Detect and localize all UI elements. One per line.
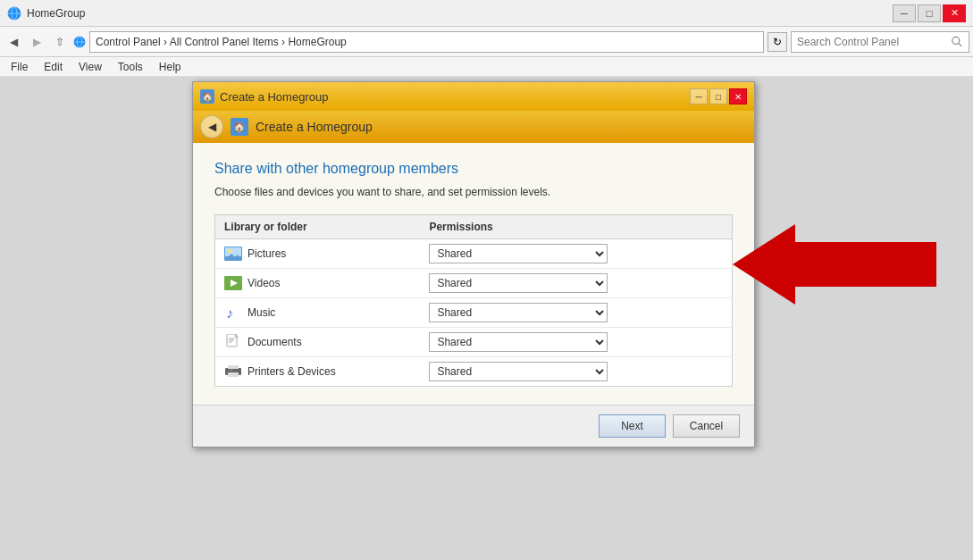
svg-line-7 — [959, 43, 961, 46]
svg-rect-22 — [228, 365, 239, 369]
svg-point-6 — [952, 37, 960, 44]
next-button[interactable]: Next — [599, 414, 666, 438]
permission-select-videos[interactable]: SharedNot sharedShared (Read only) — [429, 273, 608, 293]
menu-edit[interactable]: Edit — [37, 59, 70, 75]
dialog-body-subtitle: Choose files and devices you want to sha… — [214, 186, 733, 198]
dialog-window: 🏠 Create a Homegroup ─ □ ✕ ◀ 🏠 Create a … — [192, 81, 755, 447]
app-icon — [7, 6, 21, 21]
table-row: DocumentsSharedNot sharedShared (Read on… — [215, 328, 733, 357]
table-row: PicturesSharedNot sharedShared (Read onl… — [215, 239, 733, 269]
music-icon: ♪ — [224, 305, 242, 320]
menu-file[interactable]: File — [4, 59, 35, 75]
window-controls: ─ □ ✕ — [893, 4, 966, 22]
documents-icon — [224, 335, 242, 349]
menu-bar: File Edit View Tools Help — [0, 57, 973, 77]
library-name-pictures: Pictures — [247, 247, 286, 260]
permission-cell-documents[interactable]: SharedNot sharedShared (Read only) — [420, 328, 732, 357]
col-library-header: Library or folder — [215, 215, 421, 239]
menu-view[interactable]: View — [71, 59, 109, 75]
dialog-title-controls: ─ □ ✕ — [690, 88, 747, 104]
library-cell-printers: Printers & Devices — [215, 357, 421, 387]
main-area: 🏠 Create a Homegroup ─ □ ✕ ◀ 🏠 Create a … — [0, 77, 973, 560]
permission-select-music[interactable]: SharedNot sharedShared (Read only) — [429, 303, 608, 322]
svg-text:♪: ♪ — [226, 305, 233, 321]
back-arrow-icon: ◀ — [208, 121, 216, 133]
up-button[interactable]: ⇧ — [50, 32, 70, 52]
permission-cell-pictures[interactable]: SharedNot sharedShared (Read only) — [420, 239, 732, 269]
svg-rect-21 — [228, 372, 239, 377]
dialog-title-bar: 🏠 Create a Homegroup ─ □ ✕ — [193, 82, 754, 111]
dialog-page-title-text: Create a Homegroup — [256, 120, 373, 134]
address-bar: ◀ ▶ ⇧ Control Panel › All Control Panel … — [0, 27, 973, 57]
red-arrow-indicator — [733, 224, 936, 305]
window-title: HomeGroup — [27, 7, 85, 20]
dialog-back-button[interactable]: ◀ — [200, 115, 223, 138]
close-button[interactable]: ✕ — [943, 4, 966, 22]
permission-select-documents[interactable]: SharedNot sharedShared (Read only) — [429, 332, 608, 352]
permission-select-printers[interactable]: SharedNot sharedShared (Read only) — [429, 362, 608, 381]
dialog-maximize-button[interactable]: □ — [709, 88, 727, 104]
library-name-documents: Documents — [247, 336, 302, 348]
explorer-background: 🏠 Create a Homegroup ─ □ ✕ ◀ 🏠 Create a … — [0, 77, 973, 560]
address-globe-icon — [73, 36, 86, 48]
table-row: VideosSharedNot sharedShared (Read only) — [215, 269, 733, 298]
library-name-music: Music — [247, 306, 275, 319]
search-input[interactable] — [797, 36, 948, 48]
library-name-printers: Printers & Devices — [247, 365, 336, 378]
svg-rect-9 — [225, 247, 241, 256]
forward-button[interactable]: ▶ — [27, 32, 46, 52]
permission-cell-videos[interactable]: SharedNot sharedShared (Read only) — [420, 269, 732, 298]
dialog-minimize-button[interactable]: ─ — [690, 88, 708, 104]
search-icon — [952, 36, 963, 48]
pictures-icon — [224, 247, 242, 261]
library-cell-pictures: Pictures — [215, 239, 421, 269]
dialog-nav-bar: ◀ 🏠 Create a Homegroup — [193, 111, 754, 143]
maximize-button[interactable]: □ — [918, 4, 941, 22]
cancel-button[interactable]: Cancel — [673, 414, 740, 438]
dialog-close-button[interactable]: ✕ — [729, 88, 747, 104]
printers-icon — [224, 364, 242, 379]
dialog-footer: Next Cancel — [193, 405, 754, 447]
dialog-title-text: Create a Homegroup — [220, 90, 328, 104]
library-cell-music: ♪Music — [215, 298, 421, 328]
svg-point-11 — [228, 249, 231, 253]
menu-tools[interactable]: Tools — [111, 59, 150, 75]
permission-select-pictures[interactable]: SharedNot sharedShared (Read only) — [429, 244, 608, 263]
dialog-body: Share with other homegroup members Choos… — [193, 143, 754, 405]
refresh-button[interactable]: ↻ — [767, 32, 787, 52]
library-cell-documents: Documents — [215, 328, 421, 357]
permission-cell-printers[interactable]: SharedNot sharedShared (Read only) — [420, 357, 732, 387]
svg-rect-23 — [231, 370, 232, 371]
dialog-title-icon: 🏠 — [200, 89, 214, 104]
search-box[interactable] — [791, 31, 969, 53]
breadcrumb: Control Panel › All Control Panel Items … — [96, 36, 347, 48]
address-box[interactable]: Control Panel › All Control Panel Items … — [89, 31, 764, 53]
share-table: Library or folder Permissions PicturesSh… — [214, 214, 733, 387]
table-row: ♪MusicSharedNot sharedShared (Read only) — [215, 298, 733, 328]
library-cell-videos: Videos — [215, 269, 421, 298]
permission-cell-music[interactable]: SharedNot sharedShared (Read only) — [420, 298, 732, 328]
videos-icon — [224, 276, 242, 290]
back-button[interactable]: ◀ — [4, 32, 23, 52]
minimize-button[interactable]: ─ — [893, 4, 916, 22]
table-row: Printers & DevicesSharedNot sharedShared… — [215, 357, 733, 387]
menu-help[interactable]: Help — [152, 59, 189, 75]
library-name-videos: Videos — [247, 277, 280, 289]
title-bar: HomeGroup ─ □ ✕ — [0, 0, 973, 27]
dialog-page-icon: 🏠 — [231, 118, 248, 136]
dialog-body-title: Share with other homegroup members — [214, 161, 733, 177]
col-permissions-header: Permissions — [420, 215, 732, 239]
